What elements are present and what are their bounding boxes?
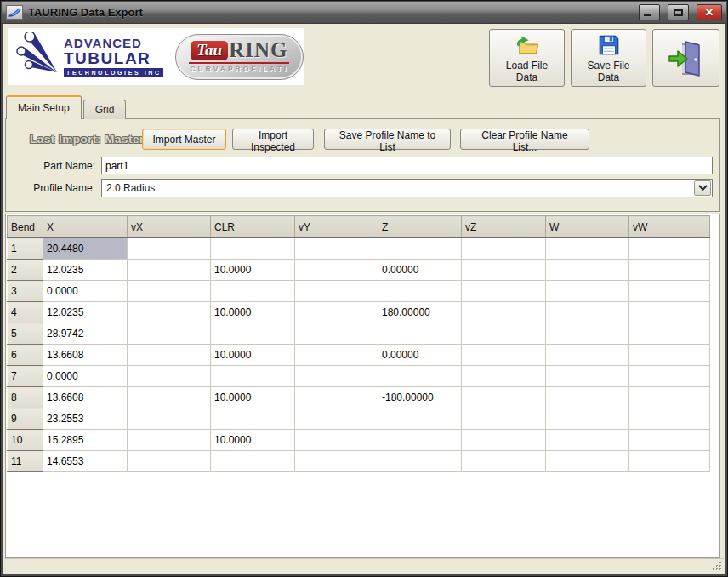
grid-cell[interactable] <box>546 260 629 281</box>
grid-cell[interactable] <box>128 260 211 281</box>
grid-cell[interactable]: 13.6608 <box>43 345 128 366</box>
grid-cell[interactable]: 28.9742 <box>43 323 128 345</box>
row-header[interactable]: 7 <box>8 366 43 387</box>
grid-cell[interactable] <box>546 281 629 302</box>
grid-cell[interactable] <box>629 323 710 345</box>
grid-cell[interactable] <box>546 345 629 366</box>
grid-cell[interactable] <box>629 238 710 260</box>
row-header[interactable]: 3 <box>8 281 43 302</box>
grid-cell[interactable] <box>211 238 295 260</box>
grid-cell[interactable]: 0.0000 <box>43 281 128 302</box>
grid-cell[interactable] <box>462 451 546 472</box>
row-header[interactable]: 6 <box>8 345 43 366</box>
grid-cell[interactable] <box>629 281 710 302</box>
grid-cell[interactable] <box>629 451 710 472</box>
grid-cell[interactable]: 12.0235 <box>43 302 128 323</box>
row-header[interactable]: 8 <box>8 387 43 408</box>
grid-cell[interactable]: 10.0000 <box>211 387 295 408</box>
grid-cell[interactable] <box>629 302 710 323</box>
grid-cell[interactable] <box>128 238 211 260</box>
grid-cell[interactable] <box>211 323 295 345</box>
grid-cell[interactable]: 14.6553 <box>43 451 128 472</box>
row-header[interactable]: 11 <box>8 451 43 472</box>
profile-name-select[interactable]: 2.0 Radius <box>101 179 713 197</box>
grid-cell[interactable] <box>128 345 211 366</box>
tab-grid[interactable]: Grid <box>83 100 127 119</box>
save-profile-name-button[interactable]: Save Profile Name to List <box>324 129 451 150</box>
grid-cell[interactable]: 10.0000 <box>211 430 295 451</box>
row-header[interactable]: 10 <box>8 430 43 451</box>
grid-cell[interactable] <box>128 302 211 323</box>
load-file-data-button[interactable]: Load File Data <box>489 29 565 87</box>
grid-cell[interactable] <box>629 345 710 366</box>
profile-dropdown-button[interactable] <box>694 180 711 196</box>
grid-cell[interactable] <box>546 323 629 345</box>
grid-cell[interactable] <box>462 281 546 302</box>
row-header[interactable]: 2 <box>8 260 43 281</box>
grid-cell[interactable] <box>295 430 378 451</box>
column-header[interactable]: vY <box>295 216 378 238</box>
grid-cell[interactable] <box>295 260 378 281</box>
grid-cell[interactable] <box>128 281 211 302</box>
row-header[interactable]: 9 <box>8 408 43 430</box>
grid-cell[interactable]: 20.4480 <box>43 238 128 260</box>
grid-cell[interactable] <box>378 281 462 302</box>
grid-cell[interactable]: 0.00000 <box>378 260 462 281</box>
grid-cell[interactable] <box>462 366 546 387</box>
import-inspected-button[interactable]: Import Inspected <box>232 129 314 150</box>
part-name-input[interactable] <box>101 157 713 174</box>
grid-cell[interactable] <box>462 430 546 451</box>
grid-cell[interactable]: 12.0235 <box>43 260 128 281</box>
grid-cell[interactable] <box>295 302 378 323</box>
grid-cell[interactable] <box>295 451 378 472</box>
grid-cell[interactable] <box>295 408 378 430</box>
grid-cell[interactable] <box>378 430 462 451</box>
exit-button[interactable] <box>652 29 719 87</box>
grid-cell[interactable] <box>546 408 629 430</box>
grid-cell[interactable]: 15.2895 <box>43 430 128 451</box>
grid-cell[interactable]: 0.00000 <box>378 345 462 366</box>
row-header[interactable]: 4 <box>8 302 43 323</box>
grid-cell[interactable] <box>462 345 546 366</box>
grid-cell[interactable] <box>546 387 629 408</box>
grid-cell[interactable] <box>546 302 629 323</box>
grid-cell[interactable]: -180.00000 <box>378 387 462 408</box>
grid-cell[interactable] <box>378 238 462 260</box>
grid-cell[interactable] <box>462 387 546 408</box>
grid-cell[interactable] <box>462 302 546 323</box>
column-header[interactable]: vW <box>629 216 710 238</box>
grid-cell[interactable] <box>295 366 378 387</box>
grid-cell[interactable] <box>546 238 629 260</box>
grid-cell[interactable] <box>295 238 378 260</box>
column-header[interactable]: CLR <box>211 216 295 238</box>
grid-cell[interactable]: 10.0000 <box>211 302 295 323</box>
grid-cell[interactable] <box>462 323 546 345</box>
grid-cell[interactable] <box>211 451 295 472</box>
column-header[interactable]: vZ <box>462 216 546 238</box>
grid-cell[interactable] <box>462 408 546 430</box>
titlebar[interactable]: TAURING Data Export ✕ <box>2 2 726 24</box>
row-header[interactable]: 1 <box>8 238 43 260</box>
grid-cell[interactable] <box>295 281 378 302</box>
row-header[interactable]: 5 <box>8 323 43 345</box>
grid-cell[interactable] <box>546 366 629 387</box>
grid-cell[interactable] <box>462 238 546 260</box>
grid-cell[interactable] <box>378 366 462 387</box>
grid-cell[interactable] <box>128 451 211 472</box>
grid-cell[interactable] <box>211 408 295 430</box>
grid-cell[interactable] <box>378 408 462 430</box>
grid-cell[interactable] <box>629 366 710 387</box>
grid-cell[interactable] <box>629 387 710 408</box>
grid-cell[interactable] <box>546 451 629 472</box>
grid-cell[interactable] <box>128 323 211 345</box>
grid-cell[interactable] <box>295 323 378 345</box>
grid-cell[interactable] <box>629 408 710 430</box>
grid-cell[interactable] <box>211 281 295 302</box>
resize-grip[interactable] <box>711 560 723 572</box>
grid-cell[interactable] <box>128 430 211 451</box>
grid-cell[interactable]: 180.00000 <box>378 302 462 323</box>
column-header[interactable]: W <box>546 216 629 238</box>
tab-main-setup[interactable]: Main Setup <box>6 95 82 119</box>
minimize-button[interactable] <box>639 4 660 20</box>
grid-cell[interactable] <box>211 366 295 387</box>
